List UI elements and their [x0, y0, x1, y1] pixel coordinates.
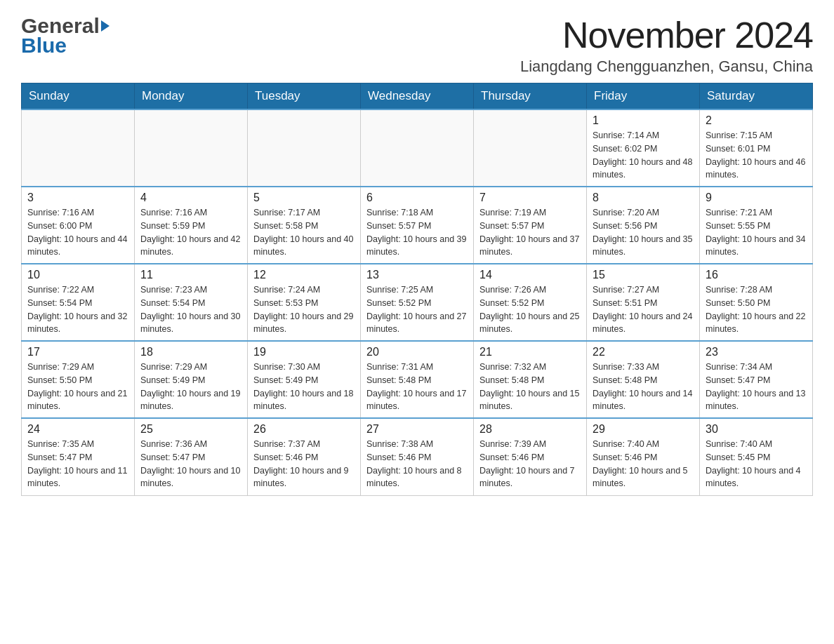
cell-info: Sunrise: 7:29 AMSunset: 5:50 PMDaylight:…: [27, 361, 128, 413]
day-number: 4: [140, 192, 241, 204]
cell-info: Sunrise: 7:40 AMSunset: 5:46 PMDaylight:…: [593, 438, 694, 490]
cell-info: Sunrise: 7:26 AMSunset: 5:52 PMDaylight:…: [479, 283, 581, 336]
cell-info: Sunrise: 7:16 AMSunset: 6:00 PMDaylight:…: [27, 206, 128, 259]
calendar-cell: 16Sunrise: 7:28 AMSunset: 5:50 PMDayligh…: [700, 264, 813, 341]
logo: General Blue: [21, 14, 110, 58]
calendar-cell: [474, 109, 587, 187]
cell-info: Sunrise: 7:32 AMSunset: 5:48 PMDaylight:…: [479, 361, 581, 413]
calendar-cell: 10Sunrise: 7:22 AMSunset: 5:54 PMDayligh…: [22, 264, 135, 341]
day-number: 1: [593, 114, 694, 127]
day-header-tuesday: Tuesday: [248, 83, 361, 110]
calendar-cell: 11Sunrise: 7:23 AMSunset: 5:54 PMDayligh…: [135, 264, 248, 341]
day-number: 26: [253, 423, 355, 436]
calendar-cell: 20Sunrise: 7:31 AMSunset: 5:48 PMDayligh…: [361, 341, 474, 418]
cell-info: Sunrise: 7:20 AMSunset: 5:56 PMDaylight:…: [593, 206, 694, 259]
day-number: 9: [706, 192, 807, 204]
calendar-cell: 18Sunrise: 7:29 AMSunset: 5:49 PMDayligh…: [135, 341, 248, 418]
cell-info: Sunrise: 7:22 AMSunset: 5:54 PMDaylight:…: [27, 283, 128, 336]
day-number: 27: [366, 423, 468, 436]
cell-info: Sunrise: 7:23 AMSunset: 5:54 PMDaylight:…: [140, 283, 241, 336]
cell-info: Sunrise: 7:27 AMSunset: 5:51 PMDaylight:…: [593, 283, 694, 336]
day-number: 2: [706, 114, 807, 127]
day-header-sunday: Sunday: [22, 83, 135, 110]
cell-info: Sunrise: 7:24 AMSunset: 5:53 PMDaylight:…: [253, 283, 355, 336]
cell-info: Sunrise: 7:36 AMSunset: 5:47 PMDaylight:…: [140, 438, 241, 490]
calendar-cell: 17Sunrise: 7:29 AMSunset: 5:50 PMDayligh…: [22, 341, 135, 418]
calendar-cell: 29Sunrise: 7:40 AMSunset: 5:46 PMDayligh…: [587, 418, 700, 495]
cell-info: Sunrise: 7:33 AMSunset: 5:48 PMDaylight:…: [593, 361, 694, 413]
cell-info: Sunrise: 7:34 AMSunset: 5:47 PMDaylight:…: [706, 361, 807, 413]
day-number: 28: [479, 423, 581, 436]
cell-info: Sunrise: 7:17 AMSunset: 5:58 PMDaylight:…: [253, 206, 355, 259]
day-number: 10: [27, 269, 128, 281]
calendar-table: SundayMondayTuesdayWednesdayThursdayFrid…: [21, 83, 813, 496]
cell-info: Sunrise: 7:35 AMSunset: 5:47 PMDaylight:…: [27, 438, 128, 490]
calendar-cell: 5Sunrise: 7:17 AMSunset: 5:58 PMDaylight…: [248, 187, 361, 264]
calendar-cell: 7Sunrise: 7:19 AMSunset: 5:57 PMDaylight…: [474, 187, 587, 264]
day-number: 15: [593, 269, 694, 281]
calendar-cell: 14Sunrise: 7:26 AMSunset: 5:52 PMDayligh…: [474, 264, 587, 341]
cell-info: Sunrise: 7:37 AMSunset: 5:46 PMDaylight:…: [253, 438, 355, 490]
title-area: November 2024 Liangdang Chengguanzhen, G…: [520, 14, 813, 76]
day-number: 23: [706, 346, 807, 358]
cell-info: Sunrise: 7:16 AMSunset: 5:59 PMDaylight:…: [140, 206, 241, 259]
day-number: 17: [27, 346, 128, 358]
calendar-cell: [22, 109, 135, 187]
cell-info: Sunrise: 7:18 AMSunset: 5:57 PMDaylight:…: [366, 206, 468, 259]
calendar-cell: 9Sunrise: 7:21 AMSunset: 5:55 PMDaylight…: [700, 187, 813, 264]
calendar-cell: 30Sunrise: 7:40 AMSunset: 5:45 PMDayligh…: [700, 418, 813, 495]
calendar-cell: 2Sunrise: 7:15 AMSunset: 6:01 PMDaylight…: [700, 109, 813, 187]
cell-info: Sunrise: 7:29 AMSunset: 5:49 PMDaylight:…: [140, 361, 241, 413]
day-number: 16: [706, 269, 807, 281]
day-header-wednesday: Wednesday: [361, 83, 474, 110]
day-number: 8: [593, 192, 694, 204]
cell-info: Sunrise: 7:31 AMSunset: 5:48 PMDaylight:…: [366, 361, 468, 413]
day-number: 5: [253, 192, 355, 204]
day-header-thursday: Thursday: [474, 83, 587, 110]
day-number: 13: [366, 269, 468, 281]
cell-info: Sunrise: 7:15 AMSunset: 6:01 PMDaylight:…: [706, 129, 807, 182]
calendar-cell: 8Sunrise: 7:20 AMSunset: 5:56 PMDaylight…: [587, 187, 700, 264]
day-number: 14: [479, 269, 581, 281]
day-number: 30: [706, 423, 807, 436]
calendar-cell: 23Sunrise: 7:34 AMSunset: 5:47 PMDayligh…: [700, 341, 813, 418]
calendar-cell: 28Sunrise: 7:39 AMSunset: 5:46 PMDayligh…: [474, 418, 587, 495]
day-number: 3: [27, 192, 128, 204]
calendar-cell: 12Sunrise: 7:24 AMSunset: 5:53 PMDayligh…: [248, 264, 361, 341]
calendar-cell: 25Sunrise: 7:36 AMSunset: 5:47 PMDayligh…: [135, 418, 248, 495]
cell-info: Sunrise: 7:39 AMSunset: 5:46 PMDaylight:…: [479, 438, 581, 490]
calendar-cell: 1Sunrise: 7:14 AMSunset: 6:02 PMDaylight…: [587, 109, 700, 187]
calendar-cell: 27Sunrise: 7:38 AMSunset: 5:46 PMDayligh…: [361, 418, 474, 495]
calendar-cell: 6Sunrise: 7:18 AMSunset: 5:57 PMDaylight…: [361, 187, 474, 264]
day-number: 22: [593, 346, 694, 358]
week-row-3: 10Sunrise: 7:22 AMSunset: 5:54 PMDayligh…: [22, 264, 813, 341]
day-number: 20: [366, 346, 468, 358]
day-headers-row: SundayMondayTuesdayWednesdayThursdayFrid…: [22, 83, 813, 110]
day-header-friday: Friday: [587, 83, 700, 110]
month-title: November 2024: [520, 14, 813, 56]
day-number: 25: [140, 423, 241, 436]
day-number: 7: [479, 192, 581, 204]
logo-arrow-icon: [101, 20, 110, 32]
week-row-4: 17Sunrise: 7:29 AMSunset: 5:50 PMDayligh…: [22, 341, 813, 418]
cell-info: Sunrise: 7:40 AMSunset: 5:45 PMDaylight:…: [706, 438, 807, 490]
week-row-2: 3Sunrise: 7:16 AMSunset: 6:00 PMDaylight…: [22, 187, 813, 264]
calendar-cell: 26Sunrise: 7:37 AMSunset: 5:46 PMDayligh…: [248, 418, 361, 495]
cell-info: Sunrise: 7:19 AMSunset: 5:57 PMDaylight:…: [479, 206, 581, 259]
day-number: 19: [253, 346, 355, 358]
header: General Blue November 2024 Liangdang Che…: [21, 14, 813, 76]
calendar-cell: 13Sunrise: 7:25 AMSunset: 5:52 PMDayligh…: [361, 264, 474, 341]
day-number: 6: [366, 192, 468, 204]
day-number: 29: [593, 423, 694, 436]
cell-info: Sunrise: 7:30 AMSunset: 5:49 PMDaylight:…: [253, 361, 355, 413]
day-number: 18: [140, 346, 241, 358]
day-number: 11: [140, 269, 241, 281]
location-title: Liangdang Chengguanzhen, Gansu, China: [520, 58, 813, 76]
calendar-cell: [248, 109, 361, 187]
calendar-cell: 24Sunrise: 7:35 AMSunset: 5:47 PMDayligh…: [22, 418, 135, 495]
cell-info: Sunrise: 7:14 AMSunset: 6:02 PMDaylight:…: [593, 129, 694, 182]
day-number: 21: [479, 346, 581, 358]
calendar-cell: 3Sunrise: 7:16 AMSunset: 6:00 PMDaylight…: [22, 187, 135, 264]
calendar-cell: 15Sunrise: 7:27 AMSunset: 5:51 PMDayligh…: [587, 264, 700, 341]
calendar-cell: [361, 109, 474, 187]
